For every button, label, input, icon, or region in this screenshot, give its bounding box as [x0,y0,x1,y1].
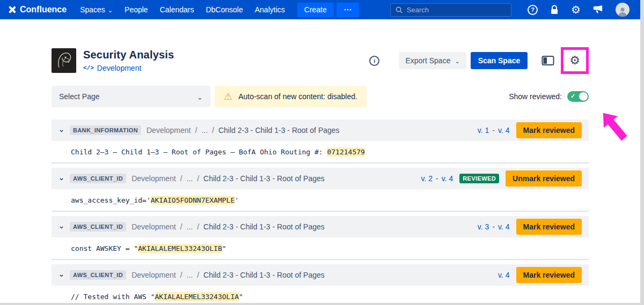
breadcrumb-page[interactable]: Child 2-3 - Child 1-3 - Root of Pages [203,271,325,279]
mark-reviewed-button[interactable]: Mark reviewed [516,267,582,283]
toggle-knob [579,92,588,101]
mark-reviewed-button[interactable]: Mark reviewed [516,122,582,138]
breadcrumb-separator: / [180,174,182,183]
collapse-chevron-icon[interactable]: ⌄ [58,174,67,183]
finding-snippet: aws_access_key_id='AKIAIO5FODNN7EXAMPLE' [52,189,589,212]
breadcrumb-space[interactable]: Development [131,174,176,183]
finding-type-badge: AWS_CLIENT_ID [70,222,126,232]
finding-header: ⌄ AWS_CLIENT_ID Development / ... / Chil… [52,264,589,286]
matched-secret: 071214579 [327,147,364,157]
breadcrumb-separator: / [197,271,199,279]
version-from-link[interactable]: v. 3 [478,222,489,231]
breadcrumb-separator: / [180,271,182,279]
space-settings-button[interactable]: ⚙ [567,53,582,69]
warning-icon: ⚠ [224,92,232,101]
top-navigation: Confluence Spaces ⌄ People Calendars DbC… [0,0,640,19]
space-avatar-image [52,48,76,73]
brand-name: Confluence [20,5,67,14]
confluence-logo-icon [8,5,16,14]
finding-type-badge: BANK_INFORMATION [70,125,141,135]
space-title-block: Security Analysis </> Development [83,49,174,72]
nav-item-people[interactable]: People [119,0,154,19]
info-icon[interactable]: i [369,56,379,66]
breadcrumb-ellipsis[interactable]: ... [187,271,193,279]
megaphone-icon[interactable] [593,5,603,14]
finding-card: ⌄ BANK_INFORMATION Development / ... / C… [52,120,589,163]
version-to-link[interactable]: v. 4 [498,126,510,135]
chevron-down-icon: ⌄ [108,8,113,13]
breadcrumb-separator: / [212,126,214,135]
confluence-brand[interactable]: Confluence [8,5,67,14]
nav-icon-group: ? ⚙ [528,3,630,17]
version-to-link[interactable]: v. 4 [498,222,510,231]
finding-header: ⌄ AWS_CLIENT_ID Development / ... / Chil… [52,216,589,237]
select-page-dropdown[interactable]: Select Page ⌄ [52,86,210,107]
version-to-link[interactable]: v. 4 [442,174,453,183]
breadcrumb-space[interactable]: Development [147,126,191,135]
code-line: Child 2–3 – Child 1–3 – Root of Pages – … [71,147,365,157]
nav-item-analytics[interactable]: Analytics [249,0,291,19]
collapse-chevron-icon[interactable]: ⌄ [58,270,67,280]
nav-item-spaces[interactable]: Spaces ⌄ [74,0,119,19]
finding-card: ⌄ AWS_CLIENT_ID Development / ... / Chil… [52,264,589,303]
sidebar-icon [541,55,554,66]
finding-header: ⌄ AWS_CLIENT_ID Development / ... / Chil… [52,168,589,189]
matched-secret: AKIAIO5FODNN7EXAMPLE [151,196,235,205]
mark-reviewed-button[interactable]: Mark reviewed [516,219,582,235]
scan-space-button[interactable]: Scan Space [471,52,528,69]
user-avatar[interactable] [616,3,630,17]
breadcrumb-page[interactable]: Child 2-3 - Child 1-3 - Root of Pages [218,126,340,135]
finding-type-badge: AWS_CLIENT_ID [70,270,126,280]
breadcrumb-space[interactable]: Development [131,222,176,231]
unmark-reviewed-button[interactable]: Unmark reviewed [506,170,582,187]
breadcrumb-separator: / [197,174,199,183]
create-button[interactable]: Create [297,3,334,17]
admin-gear-icon[interactable]: ⚙ [571,4,581,15]
breadcrumb-page[interactable]: Child 2-3 - Child 1-3 - Root of Pages [203,222,325,231]
finding-snippet: const AWSKEY = "AKIALALEMEL33243OLIB" [52,237,589,260]
code-line: const AWSKEY = "AKIALALEMEL33243OLIB" [71,244,226,253]
confluence-page: Confluence Spaces ⌄ People Calendars DbC… [0,0,640,303]
person-icon [617,6,628,17]
findings-list: ⌄ BANK_INFORMATION Development / ... / C… [52,120,589,303]
toolbar-row: Select Page ⌄ ⚠ Auto-scan of new content… [52,86,589,107]
breadcrumb-ellipsis[interactable]: ... [187,174,193,183]
show-reviewed-toggle[interactable]: ✓ [567,91,589,102]
finding-card: ⌄ AWS_CLIENT_ID Development / ... / Chil… [52,216,589,260]
finding-snippet: // Tested with AWS "AKIALALEMEL33243OLIA… [52,286,589,303]
warning-text: Auto-scan of new content: disabled. [238,92,357,101]
header-actions: i Export Space ⌄ Scan Space ⚙ [369,47,589,74]
sidebar-toggle-button[interactable] [539,53,557,68]
chevron-down-icon: ⌄ [197,94,203,101]
version-from-link[interactable]: v. 4 [498,271,510,279]
more-button[interactable]: ⋯ [336,3,359,17]
warning-banner: ⚠ Auto-scan of new content: disabled. [215,86,367,107]
search-input[interactable] [407,6,506,14]
search-box [390,3,511,17]
breadcrumb-separator: / [195,126,197,135]
nav-item-calendars[interactable]: Calendars [154,0,200,19]
collapse-chevron-icon[interactable]: ⌄ [58,222,67,232]
finding-header: ⌄ BANK_INFORMATION Development / ... / C… [52,120,589,141]
lock-icon[interactable] [550,5,559,15]
matched-secret: AKIALALEMEL33243OLIA [155,292,239,301]
gear-icon: ⚙ [569,55,580,66]
breadcrumb-ellipsis[interactable]: ... [187,222,193,231]
chevron-down-icon: ⌄ [455,58,459,64]
breadcrumb-ellipsis[interactable]: ... [201,126,208,135]
space-link[interactable]: Development [97,64,142,72]
version-from-link[interactable]: v. 1 [478,126,489,135]
dev-space-icon: </> [83,65,94,71]
version-from-link[interactable]: v. 2 [421,174,433,183]
breadcrumb-separator: / [197,222,199,231]
main-content: Security Analysis </> Development i Expo… [0,19,640,303]
help-icon[interactable]: ? [528,5,538,15]
breadcrumb-space[interactable]: Development [131,271,176,279]
show-reviewed-control: Show reviewed: ✓ [509,91,589,102]
export-space-button[interactable]: Export Space ⌄ [399,52,466,69]
finding-card: ⌄ AWS_CLIENT_ID Development / ... / Chil… [52,168,589,212]
code-line: aws_access_key_id='AKIAIO5FODNN7EXAMPLE' [71,196,239,205]
collapse-chevron-icon[interactable]: ⌄ [58,125,67,135]
breadcrumb-page[interactable]: Child 2-3 - Child 1-3 - Root of Pages [203,174,325,183]
nav-item-dbconsole[interactable]: DbConsole [200,0,248,19]
